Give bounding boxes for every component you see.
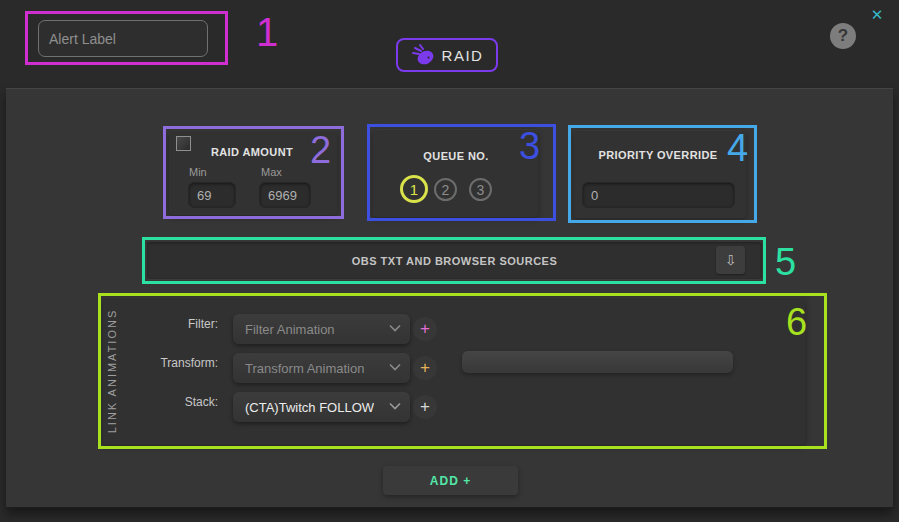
- queue-option-3[interactable]: 3: [469, 178, 492, 201]
- raid-max-input[interactable]: [259, 182, 311, 208]
- queue-group: [373, 129, 538, 217]
- raid-amount-checkbox[interactable]: [176, 136, 191, 151]
- download-icon[interactable]: ⇩: [716, 246, 745, 274]
- transform-label: Transform:: [120, 356, 218, 370]
- max-label: Max: [261, 166, 282, 178]
- chevron-down-icon: [389, 324, 401, 332]
- filter-label: Filter:: [120, 317, 218, 331]
- filter-animation-dropdown[interactable]: Filter Animation: [233, 314, 410, 344]
- add-transform-animation-button[interactable]: +: [413, 356, 437, 380]
- raid-alert-config-window: RAID ? ✕ RAID AMOUNT Min Max QUEUE NO. 1…: [0, 0, 899, 522]
- priority-override-input[interactable]: [582, 182, 735, 208]
- queue-title: QUEUE NO.: [386, 150, 526, 162]
- alert-label-input[interactable]: [38, 20, 208, 57]
- annotation-label-1: 1: [256, 12, 278, 52]
- chevron-down-icon: [389, 363, 401, 371]
- min-label: Min: [189, 166, 207, 178]
- queue-option-1[interactable]: 1: [400, 175, 428, 203]
- priority-override-title: PRIORITY OVERRIDE: [577, 149, 739, 161]
- add-stack-animation-button[interactable]: +: [413, 395, 437, 419]
- transform-animation-value: Transform Animation: [245, 361, 364, 376]
- close-icon[interactable]: ✕: [867, 5, 887, 25]
- help-icon[interactable]: ?: [830, 23, 856, 49]
- link-animations-title: LINK ANIMATIONS: [106, 296, 120, 446]
- stack-label: Stack:: [120, 395, 218, 409]
- stack-animation-dropdown[interactable]: (CTA)Twitch FOLLOW: [233, 392, 410, 422]
- stack-animation-value: (CTA)Twitch FOLLOW: [245, 400, 374, 415]
- empty-animation-bar: [462, 351, 733, 373]
- add-button[interactable]: ADD +: [383, 466, 518, 495]
- raid-comet-icon: [411, 44, 435, 66]
- add-filter-animation-button[interactable]: +: [413, 317, 437, 341]
- obs-sources-label: OBS TXT AND BROWSER SOURCES: [352, 255, 558, 267]
- raid-amount-title: RAID AMOUNT: [196, 146, 308, 158]
- filter-animation-value: Filter Animation: [245, 322, 335, 337]
- transform-animation-dropdown[interactable]: Transform Animation: [233, 353, 410, 383]
- raid-button-label: RAID: [442, 47, 484, 64]
- raid-min-input[interactable]: [188, 182, 236, 208]
- queue-option-2[interactable]: 2: [434, 178, 457, 201]
- raid-button[interactable]: RAID: [396, 38, 498, 72]
- obs-sources-bar[interactable]: OBS TXT AND BROWSER SOURCES: [147, 242, 762, 279]
- chevron-down-icon: [389, 402, 401, 410]
